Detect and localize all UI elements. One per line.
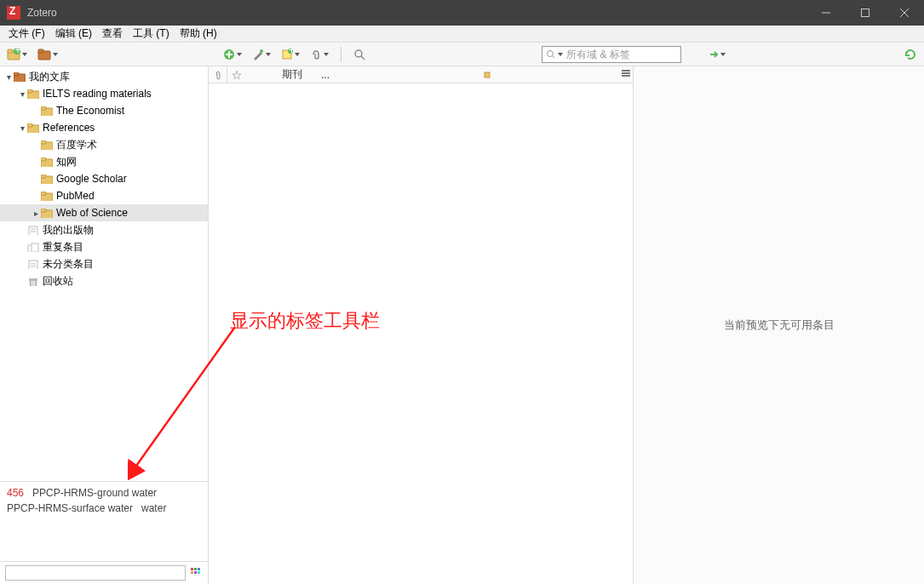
column-picker-button[interactable] — [621, 68, 631, 81]
tag[interactable]: PPCP-HRMS-ground water — [32, 487, 157, 499]
tree-item[interactable]: 百度学术 — [0, 136, 208, 153]
tree-toggle[interactable]: ▾ — [17, 89, 27, 99]
tree-label: PubMed — [56, 190, 95, 202]
tree-toggle[interactable]: ▾ — [17, 123, 27, 133]
menu-T[interactable]: 工具 (T) — [128, 25, 175, 43]
search-field[interactable] — [566, 49, 677, 60]
close-button[interactable] — [885, 0, 924, 26]
tree-toggle[interactable]: ▸ — [31, 209, 41, 218]
locate-button[interactable] — [707, 48, 727, 61]
tag-selector[interactable]: 456PPCP-HRMS-ground waterPPCP-HRMS-surfa… — [0, 481, 208, 561]
tree-item[interactable]: ▾References — [0, 119, 208, 136]
tree-label: IELTS reading materials — [43, 88, 152, 100]
svg-rect-36 — [41, 192, 46, 195]
svg-rect-49 — [194, 568, 197, 570]
new-note-button[interactable]: + — [279, 47, 301, 62]
svg-rect-44 — [29, 261, 37, 269]
menu-E[interactable]: 编辑 (E) — [50, 25, 97, 43]
svg-rect-55 — [622, 70, 630, 72]
tree-item[interactable]: ▸Web of Science — [0, 204, 208, 221]
tree-item[interactable]: ▾我的文库 — [0, 68, 208, 85]
tag[interactable]: 456 — [7, 487, 24, 499]
svg-rect-32 — [41, 157, 46, 161]
new-library-button[interactable] — [36, 47, 60, 62]
tree-item[interactable]: 未分类条目 — [0, 255, 208, 272]
items-pane: 期刊 ... — [209, 66, 634, 584]
tag-selector-menu-button[interactable] — [189, 566, 203, 580]
svg-rect-34 — [41, 175, 46, 178]
svg-rect-9 — [38, 49, 43, 53]
tag[interactable]: water — [141, 502, 166, 514]
svg-rect-53 — [198, 571, 200, 574]
tree-item[interactable]: PubMed — [0, 187, 208, 204]
search-icon — [546, 49, 554, 60]
maximize-button[interactable] — [846, 0, 885, 26]
tree-item[interactable]: 重复条目 — [0, 238, 208, 255]
tree-toggle[interactable]: ▾ — [3, 72, 14, 82]
svg-rect-57 — [622, 75, 630, 77]
items-list[interactable] — [209, 83, 633, 584]
paperclip-icon — [214, 70, 221, 80]
menu-H[interactable]: 帮助 (H) — [175, 25, 222, 43]
left-pane: ▾我的文库▾IELTS reading materialsThe Economi… — [0, 66, 209, 584]
tree-label: 我的文库 — [29, 70, 70, 84]
svg-point-19 — [548, 50, 554, 56]
tag-filter-input[interactable] — [5, 565, 186, 581]
svg-rect-24 — [27, 89, 32, 93]
svg-rect-38 — [41, 209, 46, 212]
tree-label: Google Scholar — [56, 173, 127, 185]
column-hasnote[interactable] — [227, 66, 246, 83]
column-attachment[interactable] — [209, 66, 227, 83]
add-attachment-button[interactable] — [308, 47, 330, 62]
svg-rect-5 — [8, 49, 13, 53]
new-collection-button[interactable]: + — [5, 47, 29, 62]
add-by-identifier-button[interactable] — [250, 47, 273, 62]
advanced-search-button[interactable] — [352, 47, 367, 62]
menu-[interactable]: 查看 — [97, 25, 128, 43]
svg-rect-50 — [198, 568, 200, 570]
svg-rect-54 — [485, 72, 490, 77]
tree-label: 重复条目 — [43, 240, 83, 255]
svg-rect-39 — [29, 226, 37, 235]
tree-item[interactable]: 回收站 — [0, 272, 208, 289]
tree-label: 回收站 — [43, 274, 73, 289]
menu-F[interactable]: 文件 (F) — [3, 25, 50, 43]
column-more[interactable]: ... — [316, 66, 335, 83]
tree-item[interactable]: 我的出版物 — [0, 221, 208, 238]
svg-rect-28 — [27, 123, 32, 127]
sync-button[interactable] — [902, 46, 919, 63]
tree-label: The Economist — [56, 105, 124, 117]
svg-text:+: + — [15, 49, 21, 56]
search-scope-dropdown[interactable] — [558, 53, 563, 56]
svg-rect-51 — [191, 571, 193, 574]
tree-label: 我的出版物 — [43, 223, 94, 238]
svg-rect-52 — [194, 571, 197, 574]
tree-label: 未分类条目 — [43, 257, 94, 272]
toolbar: + + — [0, 43, 924, 66]
tag[interactable]: PPCP-HRMS-surface water — [7, 502, 133, 514]
minimize-button[interactable] — [806, 0, 846, 26]
app-title: Zotero — [27, 7, 57, 19]
svg-rect-56 — [622, 72, 630, 74]
tree-label: Web of Science — [56, 207, 128, 219]
tree-item[interactable]: 知网 — [0, 153, 208, 170]
tree-item[interactable]: Google Scholar — [0, 170, 208, 187]
column-publication[interactable]: 期刊 — [277, 66, 316, 83]
svg-line-20 — [553, 56, 554, 59]
search-input[interactable] — [542, 46, 681, 63]
svg-rect-48 — [191, 568, 193, 570]
svg-point-13 — [260, 49, 263, 53]
items-column-header[interactable]: 期刊 ... — [209, 66, 633, 83]
new-item-button[interactable] — [221, 47, 244, 62]
tree-item[interactable]: ▾IELTS reading materials — [0, 85, 208, 102]
svg-point-17 — [355, 50, 362, 57]
tree-label: 百度学术 — [56, 138, 97, 152]
tree-item[interactable]: The Economist — [0, 102, 208, 119]
svg-rect-43 — [32, 243, 38, 252]
tree-label: 知网 — [56, 155, 77, 169]
column-extra[interactable] — [478, 66, 496, 83]
svg-rect-30 — [41, 140, 46, 144]
svg-rect-22 — [14, 72, 19, 76]
svg-line-18 — [361, 56, 364, 60]
collection-tree[interactable]: ▾我的文库▾IELTS reading materialsThe Economi… — [0, 66, 208, 481]
